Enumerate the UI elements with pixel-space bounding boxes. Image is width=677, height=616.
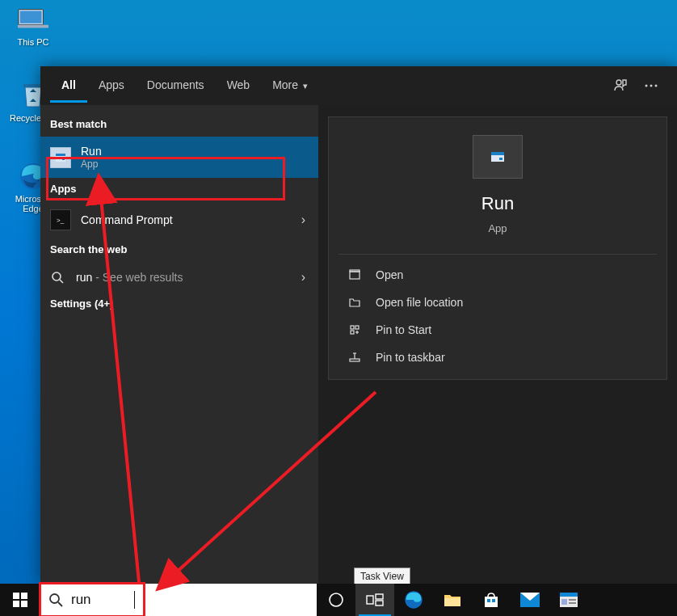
- tab-all[interactable]: All: [50, 69, 87, 103]
- svg-rect-30: [21, 601, 27, 607]
- svg-rect-21: [351, 326, 354, 329]
- folder-location-icon: [348, 296, 361, 309]
- chevron-right-icon: ›: [301, 213, 305, 227]
- svg-rect-18: [499, 158, 502, 160]
- search-tabs: All Apps Documents Web More▾: [40, 66, 677, 105]
- svg-rect-39: [485, 597, 498, 607]
- svg-point-5: [616, 80, 621, 85]
- svg-rect-24: [350, 359, 360, 361]
- svg-rect-27: [13, 593, 19, 599]
- text-cursor: [134, 591, 135, 609]
- svg-rect-2: [18, 25, 48, 28]
- svg-rect-34: [367, 596, 373, 604]
- tab-web[interactable]: Web: [216, 69, 262, 103]
- action-open-file-location[interactable]: Open file location: [338, 289, 657, 316]
- svg-point-31: [50, 594, 59, 603]
- svg-rect-23: [351, 331, 354, 334]
- svg-rect-20: [350, 270, 360, 272]
- preview-card: Run App Open Open file location: [328, 116, 667, 380]
- preview-app-icon: [473, 135, 523, 179]
- svg-rect-35: [376, 594, 383, 599]
- svg-point-8: [655, 85, 658, 87]
- web-query-term: run: [76, 271, 92, 284]
- svg-rect-1: [20, 11, 42, 23]
- tab-apps[interactable]: Apps: [87, 69, 136, 103]
- desktop-icon-label: This PC: [17, 37, 48, 47]
- svg-rect-19: [350, 272, 360, 279]
- pin-taskbar-icon: [348, 351, 361, 364]
- feedback-icon[interactable]: [612, 78, 629, 94]
- svg-rect-45: [561, 599, 567, 605]
- svg-rect-46: [569, 599, 576, 601]
- chevron-right-icon: ›: [301, 270, 305, 285]
- result-best-match-run[interactable]: Run App: [40, 137, 318, 178]
- action-label: Pin to Start: [376, 323, 431, 336]
- result-web-search[interactable]: run - See web results ›: [40, 262, 318, 293]
- action-open[interactable]: Open: [338, 261, 657, 289]
- action-pin-taskbar[interactable]: Pin to taskbar: [338, 344, 657, 371]
- svg-text:>_: >_: [57, 217, 65, 224]
- svg-rect-11: [62, 158, 65, 160]
- pc-icon: [17, 5, 49, 34]
- taskbar-app-icon[interactable]: [549, 584, 588, 616]
- action-pin-start[interactable]: Pin to Start: [338, 316, 657, 344]
- command-prompt-icon: >_: [50, 209, 71, 230]
- svg-rect-38: [444, 598, 460, 606]
- result-title: Command Prompt: [81, 213, 173, 226]
- svg-rect-36: [376, 601, 383, 605]
- taskbar-cortana-icon[interactable]: [317, 584, 355, 616]
- svg-line-15: [60, 280, 63, 283]
- web-query-hint: - See web results: [95, 271, 183, 284]
- action-label: Pin to taskbar: [376, 351, 445, 364]
- result-title: Run: [81, 145, 102, 158]
- svg-rect-29: [13, 601, 19, 607]
- pin-start-icon: [348, 323, 361, 336]
- taskbar-edge-icon[interactable]: [394, 584, 433, 616]
- section-apps: Apps: [40, 178, 318, 201]
- search-preview-panel: Run App Open Open file location: [318, 105, 677, 584]
- svg-point-33: [330, 593, 343, 606]
- tab-documents[interactable]: Documents: [136, 69, 216, 103]
- action-label: Open file location: [376, 296, 463, 309]
- tab-more-label: More: [272, 78, 298, 91]
- taskbar-search-input[interactable]: [71, 584, 317, 616]
- taskbar-search-box[interactable]: [40, 584, 317, 616]
- taskbar-task-view-icon[interactable]: [355, 584, 394, 616]
- svg-rect-22: [355, 326, 359, 329]
- result-subtitle: App: [81, 158, 102, 170]
- tab-more[interactable]: More▾: [261, 69, 319, 103]
- svg-rect-28: [21, 593, 27, 599]
- action-label: Open: [376, 268, 403, 281]
- section-settings[interactable]: Settings (4+): [40, 293, 318, 316]
- svg-rect-17: [491, 152, 504, 155]
- svg-rect-40: [487, 599, 490, 602]
- section-best-match: Best match: [40, 113, 318, 137]
- svg-line-32: [58, 602, 62, 606]
- start-button[interactable]: [0, 584, 40, 616]
- taskbar-mail-icon[interactable]: [511, 584, 549, 616]
- more-options-icon[interactable]: [643, 78, 659, 94]
- search-icon: [40, 593, 71, 607]
- svg-point-6: [645, 85, 648, 87]
- svg-rect-10: [56, 154, 65, 156]
- search-icon: [50, 270, 65, 285]
- taskbar-store-icon[interactable]: [472, 584, 511, 616]
- svg-rect-41: [492, 599, 495, 602]
- svg-rect-44: [560, 593, 578, 597]
- search-results-panel: Best match Run App Apps >_: [40, 105, 318, 584]
- run-icon: [50, 147, 71, 168]
- svg-rect-47: [569, 602, 576, 604]
- svg-point-14: [53, 272, 61, 281]
- chevron-down-icon: ▾: [303, 81, 308, 91]
- preview-title: Run: [481, 193, 514, 214]
- taskbar-file-explorer-icon[interactable]: [433, 584, 472, 616]
- desktop-icon-this-pc[interactable]: This PC: [5, 5, 61, 47]
- open-icon: [348, 268, 361, 281]
- result-command-prompt[interactable]: >_ Command Prompt ›: [40, 201, 318, 238]
- taskbar-tooltip: Task View: [354, 567, 410, 585]
- preview-subtitle: App: [488, 222, 507, 234]
- svg-point-7: [650, 85, 653, 87]
- search-window: All Apps Documents Web More▾ Best match: [40, 66, 677, 584]
- taskbar: [0, 584, 677, 616]
- section-search-web: Search the web: [40, 238, 318, 262]
